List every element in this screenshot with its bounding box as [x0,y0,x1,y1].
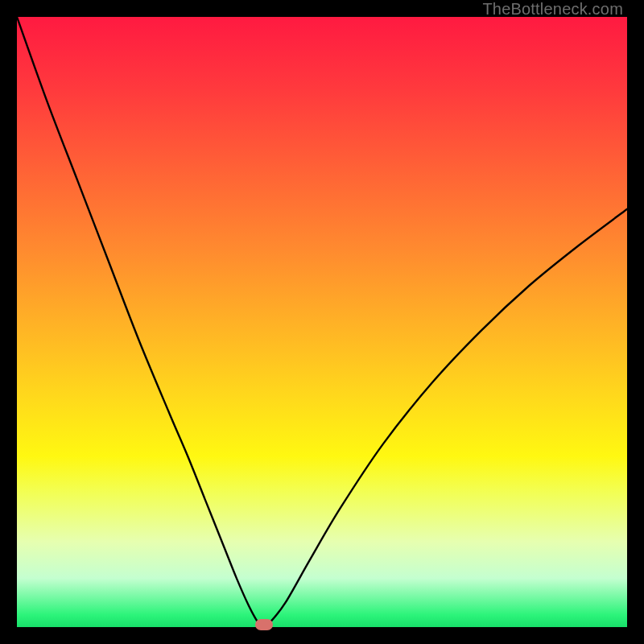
watermark-text: TheBottleneck.com [482,0,623,19]
bottleneck-curve [17,17,627,627]
plot-area [17,17,627,627]
optimal-point-marker [255,619,273,630]
curve-svg [17,17,627,627]
chart-frame: TheBottleneck.com [0,0,644,644]
